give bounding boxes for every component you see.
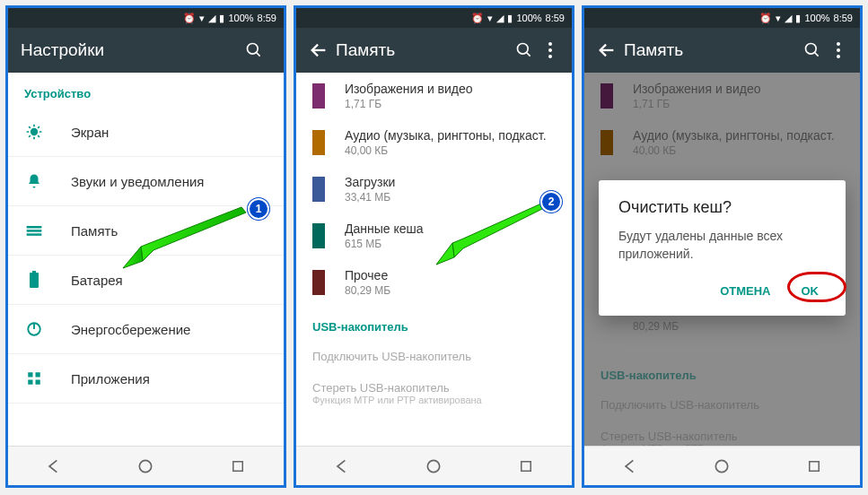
wifi-icon: ▾ — [776, 13, 781, 24]
wifi-icon: ▾ — [487, 13, 493, 24]
settings-item-battery[interactable]: Батарея — [8, 256, 284, 305]
overflow-icon[interactable] — [829, 33, 847, 67]
svg-point-31 — [837, 42, 840, 46]
svg-line-30 — [815, 53, 819, 56]
navbar — [296, 446, 572, 485]
storage-label: Данные кеша — [345, 221, 556, 236]
svg-rect-7 — [32, 271, 36, 273]
usb-connect[interactable]: Подключить USB-накопитель — [296, 341, 572, 372]
page-title: Настройки — [21, 40, 237, 60]
svg-point-32 — [837, 48, 840, 52]
svg-point-34 — [716, 460, 728, 472]
display-icon — [24, 122, 44, 142]
alarm-icon: ⏰ — [471, 13, 484, 24]
storage-item-audio[interactable]: Аудио (музыка, рингтоны, подкаст. 40,00 … — [296, 119, 572, 166]
ok-button[interactable]: OK — [794, 279, 827, 303]
settings-item-powersave[interactable]: Энергосбережение — [8, 305, 284, 354]
battery-icon: ▮ — [219, 13, 224, 24]
svg-point-22 — [548, 48, 552, 52]
storage-label: Изображения и видео — [345, 82, 556, 96]
dialog-message: Будут удалены данные всех приложений. — [618, 228, 826, 263]
storage-size: 615 МБ — [345, 238, 556, 250]
settings-item-sound[interactable]: Звуки и уведомления — [8, 157, 284, 206]
color-swatch — [312, 223, 325, 248]
usb-erase[interactable]: Стереть USB-накопитель Функция МТР или Р… — [296, 372, 572, 414]
nav-recent[interactable] — [499, 453, 553, 480]
storage-size: 33,41 МБ — [345, 191, 556, 204]
navbar — [8, 446, 284, 485]
nav-recent[interactable] — [787, 453, 841, 480]
svg-rect-4 — [27, 230, 42, 232]
svg-point-29 — [806, 44, 817, 55]
settings-label: Экран — [71, 125, 109, 140]
storage-size: 80,29 МБ — [345, 284, 556, 297]
annotation-badge-1: 1 — [248, 198, 269, 220]
appbar: Память — [296, 28, 572, 73]
nav-back[interactable] — [603, 453, 657, 480]
svg-rect-27 — [522, 461, 531, 471]
overflow-icon[interactable] — [541, 33, 559, 67]
storage-item-cache[interactable]: Данные кеша 615 МБ — [296, 213, 572, 259]
svg-rect-11 — [36, 372, 40, 377]
statusbar: ⏰ ▾ ◢ ▮ 100% 8:59 — [584, 8, 860, 28]
section-usb: USB-накопитель — [296, 306, 572, 341]
cancel-button[interactable]: ОТМЕНА — [713, 279, 777, 303]
svg-rect-13 — [36, 380, 40, 385]
page-title: Память — [336, 40, 507, 60]
storage-item-misc[interactable]: Прочее 80,29 МБ — [296, 259, 572, 306]
svg-point-0 — [248, 44, 259, 55]
svg-rect-35 — [810, 461, 820, 471]
usb-label: Стереть USB-накопитель — [312, 381, 556, 395]
storage-size: 1,71 ГБ — [345, 98, 556, 110]
settings-label: Батарея — [71, 273, 123, 288]
storage-item-images[interactable]: Изображения и видео 1,71 ГБ — [296, 73, 572, 119]
svg-point-16 — [140, 460, 152, 472]
svg-rect-5 — [27, 233, 42, 236]
svg-line-20 — [527, 53, 530, 56]
svg-point-23 — [548, 55, 552, 58]
nav-back[interactable] — [315, 453, 369, 480]
nav-home[interactable] — [695, 453, 749, 480]
battery-text: 100% — [516, 13, 541, 23]
search-icon[interactable] — [237, 33, 271, 67]
back-icon[interactable] — [590, 33, 624, 67]
settings-item-storage[interactable]: Память — [8, 206, 284, 256]
nav-back[interactable] — [27, 453, 81, 480]
clock: 8:59 — [834, 13, 853, 23]
battery-icon: ▮ — [795, 13, 801, 24]
appbar: Настройки — [8, 28, 284, 73]
settings-label: Приложения — [71, 371, 150, 386]
wifi-icon: ▾ — [199, 13, 205, 24]
clock: 8:59 — [258, 13, 276, 23]
settings-item-display[interactable]: Экран — [8, 108, 284, 157]
storage-label: Загрузки — [345, 175, 556, 189]
nav-recent[interactable] — [211, 453, 265, 480]
back-icon[interactable] — [302, 33, 336, 67]
clear-cache-dialog: Очистить кеш? Будут удалены данные всех … — [599, 180, 846, 316]
search-icon[interactable] — [795, 33, 829, 67]
svg-rect-3 — [27, 226, 42, 229]
search-icon[interactable] — [507, 33, 541, 67]
nav-home[interactable] — [407, 453, 460, 480]
page-title: Память — [624, 40, 795, 60]
battery-text: 100% — [804, 13, 829, 23]
svg-point-2 — [31, 128, 38, 135]
power-icon — [24, 319, 44, 339]
storage-item-downloads[interactable]: Загрузки 33,41 МБ — [296, 166, 572, 213]
clock: 8:59 — [546, 13, 565, 23]
nav-home[interactable] — [118, 453, 172, 480]
annotation-badge-2: 2 — [540, 191, 562, 213]
svg-rect-6 — [30, 273, 39, 288]
apps-icon — [24, 369, 44, 388]
svg-line-1 — [257, 53, 260, 56]
settings-item-apps[interactable]: Приложения — [8, 354, 284, 404]
alarm-icon: ⏰ — [183, 13, 196, 24]
svg-point-19 — [518, 44, 529, 55]
storage-label: Аудио (музыка, рингтоны, подкаст. — [345, 128, 556, 143]
signal-icon: ◢ — [785, 13, 792, 24]
svg-point-33 — [837, 55, 840, 58]
settings-label: Память — [71, 223, 118, 239]
svg-point-26 — [428, 460, 440, 472]
svg-rect-17 — [233, 461, 243, 471]
color-swatch — [312, 83, 325, 109]
